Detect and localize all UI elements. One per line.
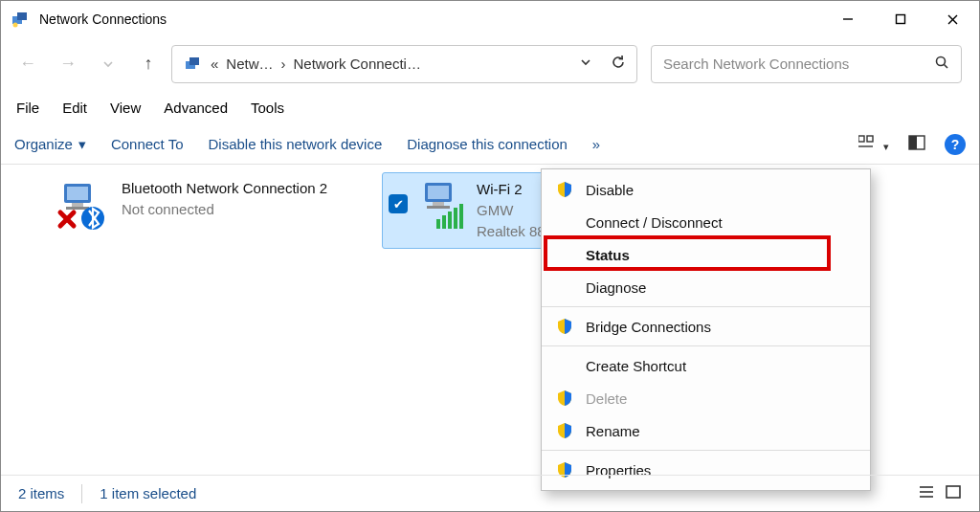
- details-view-button[interactable]: [945, 484, 962, 502]
- menu-edit[interactable]: Edit: [53, 96, 97, 120]
- svg-point-9: [937, 57, 946, 66]
- svg-rect-17: [67, 187, 88, 200]
- menu-file[interactable]: File: [7, 96, 49, 120]
- search-placeholder: Search Network Connections: [663, 56, 849, 72]
- breadcrumb-1[interactable]: Netw…: [226, 56, 273, 72]
- cm-diagnose[interactable]: Diagnose: [542, 271, 870, 303]
- cm-disable[interactable]: Disable: [542, 173, 870, 206]
- maximize-button[interactable]: [874, 1, 926, 37]
- svg-rect-4: [896, 15, 904, 24]
- svg-rect-12: [867, 136, 873, 142]
- titlebar: Network Connections: [1, 1, 979, 37]
- svg-rect-11: [858, 136, 864, 142]
- window-title: Network Connections: [39, 11, 167, 27]
- connection-status: Not connected: [122, 199, 327, 220]
- search-input[interactable]: Search Network Connections: [651, 45, 962, 83]
- menu-tools[interactable]: Tools: [241, 96, 294, 120]
- minimize-button[interactable]: [821, 1, 874, 37]
- network-adapter-icon: [55, 178, 112, 232]
- separator: [542, 306, 870, 307]
- back-button[interactable]: ←: [18, 55, 37, 74]
- svg-rect-19: [66, 207, 89, 210]
- recent-dropdown[interactable]: [99, 55, 118, 74]
- cm-connect-disconnect[interactable]: Connect / Disconnect: [542, 206, 870, 238]
- svg-rect-27: [436, 219, 440, 229]
- shield-icon: [555, 317, 574, 336]
- svg-rect-31: [459, 204, 463, 229]
- statusbar: 2 items 1 item selected: [1, 475, 979, 511]
- cm-delete: Delete: [542, 382, 870, 414]
- svg-rect-8: [189, 57, 199, 65]
- context-menu: Disable Connect / Disconnect Status Diag…: [541, 168, 871, 491]
- breadcrumb-2[interactable]: Network Connecti…: [294, 56, 421, 72]
- menu-advanced[interactable]: Advanced: [154, 96, 237, 120]
- refresh-button[interactable]: [610, 54, 627, 74]
- svg-rect-1: [17, 12, 27, 20]
- nav-arrows: ← → ↑: [18, 55, 158, 74]
- separator: [542, 450, 870, 451]
- caret-down-icon: ▾: [883, 141, 889, 152]
- connect-to-button[interactable]: Connect To: [111, 136, 184, 152]
- window-controls: [821, 1, 979, 37]
- shield-icon: [555, 421, 574, 440]
- connection-name: Bluetooth Network Connection 2: [122, 178, 327, 199]
- connection-item-bluetooth[interactable]: Bluetooth Network Connection 2 Not conne…: [20, 172, 374, 249]
- network-folder-icon: [182, 54, 203, 75]
- caret-down-icon: ▾: [78, 136, 86, 153]
- svg-rect-30: [454, 208, 457, 229]
- svg-rect-18: [72, 203, 83, 207]
- shield-icon: [555, 180, 574, 199]
- breadcrumb[interactable]: « Netw… › Network Connecti…: [211, 56, 421, 72]
- chevron-right-icon: ›: [281, 56, 286, 72]
- help-button[interactable]: ?: [945, 134, 966, 155]
- view-options-button[interactable]: ▾: [858, 135, 889, 153]
- disable-device-button[interactable]: Disable this network device: [208, 136, 382, 152]
- menubar: File Edit View Advanced Tools: [1, 90, 979, 124]
- up-button[interactable]: ↑: [139, 55, 158, 74]
- separator: [81, 484, 82, 503]
- selected-count: 1 item selected: [100, 485, 196, 501]
- svg-line-10: [945, 65, 948, 69]
- address-bar[interactable]: « Netw… › Network Connecti…: [171, 45, 637, 83]
- svg-rect-26: [427, 206, 450, 209]
- svg-rect-15: [909, 136, 917, 149]
- forward-button[interactable]: →: [58, 55, 78, 74]
- window: Network Connections ← → ↑ « Netw… › Netw…: [0, 0, 980, 512]
- cm-bridge-connections[interactable]: Bridge Connections: [542, 310, 870, 343]
- svg-point-2: [13, 23, 18, 28]
- svg-rect-29: [448, 211, 452, 229]
- nav-row: ← → ↑ « Netw… › Network Connecti… Search…: [1, 37, 979, 90]
- checkbox-checked[interactable]: ✔: [389, 194, 408, 213]
- preview-pane-button[interactable]: [908, 135, 925, 153]
- content-area: Bluetooth Network Connection 2 Not conne…: [1, 165, 979, 475]
- shield-icon: [555, 389, 574, 408]
- menu-view[interactable]: View: [100, 96, 150, 120]
- toolbar: Organize ▾ Connect To Disable this netwo…: [1, 124, 979, 165]
- list-view-button[interactable]: [918, 484, 935, 502]
- address-dropdown[interactable]: [579, 56, 592, 72]
- checkbox[interactable]: [26, 193, 45, 212]
- search-icon: [934, 55, 949, 73]
- cm-rename[interactable]: Rename: [542, 414, 870, 447]
- connection-text: Bluetooth Network Connection 2 Not conne…: [122, 178, 327, 220]
- toolbar-more[interactable]: »: [592, 136, 600, 152]
- network-adapter-icon: [417, 179, 467, 233]
- breadcrumb-prefix: «: [211, 56, 218, 72]
- app-icon: [11, 10, 30, 29]
- svg-rect-25: [433, 202, 444, 206]
- svg-rect-24: [428, 186, 449, 199]
- cm-create-shortcut[interactable]: Create Shortcut: [542, 349, 870, 382]
- svg-rect-28: [442, 215, 446, 229]
- separator: [542, 345, 870, 346]
- item-count: 2 items: [18, 485, 64, 501]
- organize-button[interactable]: Organize ▾: [14, 136, 86, 153]
- close-button[interactable]: [926, 1, 979, 37]
- diagnose-connection-button[interactable]: Diagnose this connection: [407, 136, 568, 152]
- cm-status[interactable]: Status: [542, 238, 870, 271]
- svg-rect-35: [947, 486, 960, 498]
